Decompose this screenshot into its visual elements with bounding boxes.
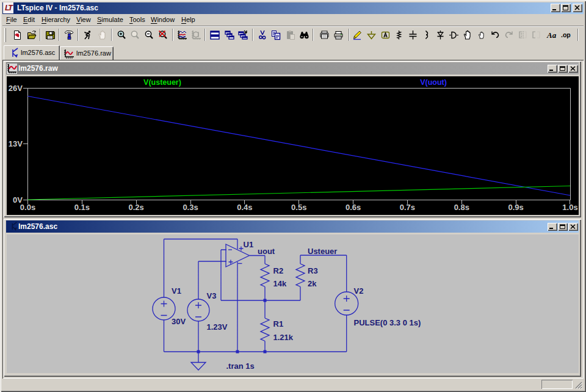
svg-text:.tran 1s: .tran 1s bbox=[226, 361, 255, 371]
svg-text:0.8s: 0.8s bbox=[454, 203, 469, 212]
svg-text:Usteuer: Usteuer bbox=[308, 247, 337, 256]
svg-text:1.23V: 1.23V bbox=[207, 322, 228, 332]
svg-text:2k: 2k bbox=[308, 279, 317, 288]
svg-text:0.9s: 0.9s bbox=[508, 203, 523, 212]
svg-text:0.1s: 0.1s bbox=[74, 203, 90, 212]
svg-text:0.3s: 0.3s bbox=[183, 203, 198, 212]
svg-text:V3: V3 bbox=[207, 291, 217, 300]
svg-text:R3: R3 bbox=[308, 266, 318, 275]
svg-text:.op: .op bbox=[561, 31, 571, 38]
svg-text:0.5s: 0.5s bbox=[291, 203, 306, 212]
svg-text:V(uout): V(uout) bbox=[420, 78, 447, 87]
svg-text:V(usteuer): V(usteuer) bbox=[143, 78, 181, 87]
svg-text:26V: 26V bbox=[9, 84, 23, 93]
svg-text:R1: R1 bbox=[273, 319, 284, 328]
svg-text:1.21k: 1.21k bbox=[273, 333, 294, 342]
svg-text:R2: R2 bbox=[273, 266, 284, 275]
svg-text:0.2s: 0.2s bbox=[129, 203, 144, 212]
svg-text:uout: uout bbox=[258, 247, 275, 256]
svg-text:0.7s: 0.7s bbox=[400, 203, 415, 212]
svg-text:0.4s: 0.4s bbox=[237, 203, 252, 212]
svg-text:U1: U1 bbox=[244, 240, 254, 249]
svg-text:30V: 30V bbox=[172, 317, 186, 326]
svg-text:0.6s: 0.6s bbox=[345, 203, 361, 212]
svg-text:1.0s: 1.0s bbox=[562, 203, 577, 212]
svg-text:0.0s: 0.0s bbox=[20, 203, 35, 212]
svg-text:14k: 14k bbox=[273, 279, 287, 288]
svg-text:PULSE(0 3.3 0 1s): PULSE(0 3.3 0 1s) bbox=[354, 318, 421, 327]
svg-text:13V: 13V bbox=[9, 139, 23, 148]
svg-text:V2: V2 bbox=[354, 286, 364, 296]
svg-text:V1: V1 bbox=[172, 286, 181, 296]
svg-text:Aa: Aa bbox=[546, 31, 557, 40]
